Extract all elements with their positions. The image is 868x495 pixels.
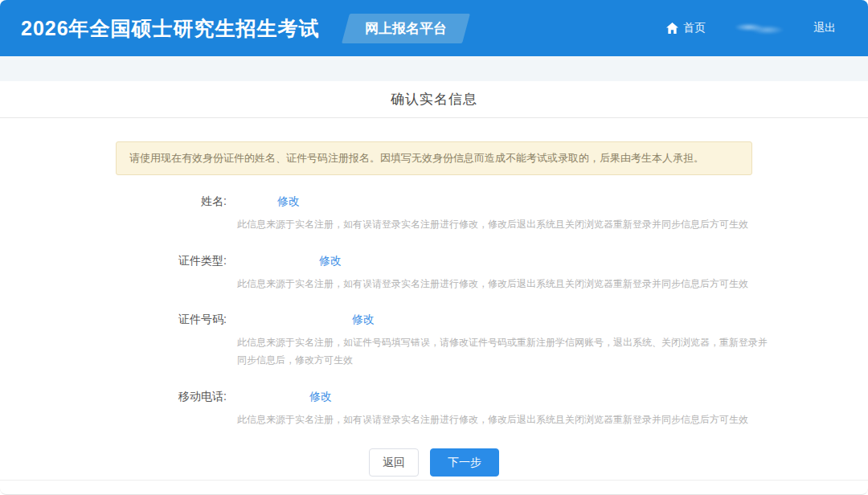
field-group-name: 姓名: 修改 此信息来源于实名注册，如有误请登录实名注册进行修改，修改后退出系统… bbox=[0, 194, 868, 234]
name-help-text: 此信息来源于实名注册，如有误请登录实名注册进行修改，修改后退出系统且关闭浏览器重… bbox=[237, 216, 769, 234]
realname-form: 姓名: 修改 此信息来源于实名注册，如有误请登录实名注册进行修改，修改后退出系统… bbox=[0, 194, 868, 428]
nav-logout-label: 退出 bbox=[813, 21, 836, 35]
id-type-label: 证件类型: bbox=[0, 254, 227, 268]
mobile-modify-link[interactable]: 修改 bbox=[309, 390, 332, 404]
name-modify-link[interactable]: 修改 bbox=[277, 194, 300, 209]
header-nav: 首页 退出 bbox=[666, 19, 847, 37]
field-group-id-type: 证件类型: 修改 此信息来源于实名注册，如有误请登录实名注册进行修改，修改后退出… bbox=[0, 254, 868, 293]
site-title: 2026年全国硕士研究生招生考试 bbox=[21, 15, 320, 42]
mobile-label: 移动电话: bbox=[0, 390, 227, 404]
username-blurred[interactable] bbox=[733, 19, 786, 37]
notice-box: 请使用现在有效身份证件的姓名、证件号码注册报名。因填写无效身份信息而造成不能考试… bbox=[116, 141, 752, 175]
platform-badge-label: 网上报名平台 bbox=[365, 19, 447, 38]
id-type-modify-link[interactable]: 修改 bbox=[319, 254, 342, 268]
id-type-help-text: 此信息来源于实名注册，如有误请登录实名注册进行修改，修改后退出系统且关闭浏览器重… bbox=[237, 276, 769, 293]
header: 2026年全国硕士研究生招生考试 网上报名平台 首页 退出 bbox=[0, 0, 868, 56]
action-buttons: 返回 下一步 bbox=[0, 448, 868, 477]
id-number-label: 证件号码: bbox=[0, 313, 227, 327]
mobile-help-text: 此信息来源于实名注册，如有误请登录实名注册进行修改，修改后退出系统且关闭浏览器重… bbox=[237, 411, 769, 429]
nav-home-label: 首页 bbox=[683, 21, 706, 35]
next-step-button[interactable]: 下一步 bbox=[430, 448, 499, 477]
id-number-modify-link[interactable]: 修改 bbox=[352, 313, 375, 327]
main-content: 请使用现在有效身份证件的姓名、证件号码注册报名。因填写无效身份信息而造成不能考试… bbox=[0, 118, 868, 477]
nav-logout[interactable]: 退出 bbox=[813, 21, 836, 35]
back-button[interactable]: 返回 bbox=[369, 448, 419, 477]
app-window: 2026年全国硕士研究生招生考试 网上报名平台 首页 退出 确认实名信息 bbox=[0, 0, 868, 495]
name-label: 姓名: bbox=[0, 194, 227, 209]
home-icon bbox=[666, 22, 678, 34]
nav-home[interactable]: 首页 bbox=[666, 21, 706, 35]
field-group-id-number: 证件号码: 修改 此信息来源于实名注册，如证件号码填写错误，请修改证件号码或重新… bbox=[0, 313, 868, 369]
page-title: 确认实名信息 bbox=[391, 90, 477, 108]
bottom-divider bbox=[0, 480, 868, 481]
page-title-bar: 确认实名信息 bbox=[0, 81, 868, 118]
id-number-help-text: 此信息来源于实名注册，如证件号码填写错误，请修改证件号码或重新注册学信网账号，退… bbox=[237, 334, 769, 369]
platform-badge: 网上报名平台 bbox=[342, 14, 470, 43]
sub-band bbox=[0, 56, 868, 81]
field-group-mobile: 移动电话: 修改 此信息来源于实名注册，如有误请登录实名注册进行修改，修改后退出… bbox=[0, 390, 868, 429]
